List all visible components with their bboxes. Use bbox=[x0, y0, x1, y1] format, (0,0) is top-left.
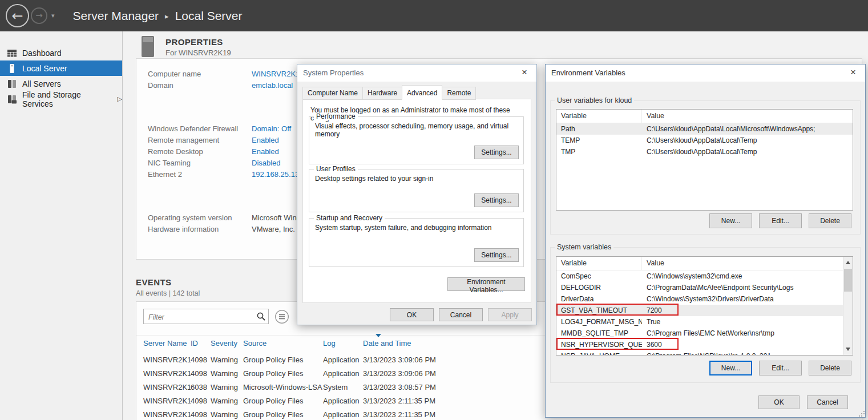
sidebar-item-label: File and Storage Services bbox=[22, 90, 114, 108]
variable-name: NSR_HYPERVISOR_QUERY... bbox=[556, 339, 642, 350]
cancel-button[interactable]: Cancel bbox=[439, 308, 483, 321]
event-cell: Application bbox=[323, 353, 363, 367]
variable-name: TEMP bbox=[556, 135, 642, 146]
tab-remote[interactable]: Remote bbox=[442, 87, 476, 100]
breadcrumb-root[interactable]: Server Manager bbox=[73, 9, 159, 23]
sidebar-item-local-server[interactable]: Local Server bbox=[0, 60, 122, 76]
event-cell: Warning bbox=[211, 367, 243, 381]
variable-value: C:\ProgramData\McAfee\Endpoint Security\… bbox=[642, 282, 853, 293]
breadcrumb: Server Manager ▸ Local Server bbox=[73, 9, 243, 23]
variable-row-mmdb-sqlite-tmp[interactable]: MMDB_SQLITE_TMPC:\Program Files\EMC NetW… bbox=[556, 328, 853, 339]
sidebar-item-dashboard[interactable]: Dashboard bbox=[0, 45, 122, 60]
column-header-variable[interactable]: Variable bbox=[556, 257, 642, 270]
events-column-header-log[interactable]: Log bbox=[323, 339, 363, 348]
group-user-profiles: User ProfilesDesktop settings related to… bbox=[309, 169, 524, 212]
tab-computer-name[interactable]: Computer Name bbox=[302, 87, 363, 100]
ok-button[interactable]: OK bbox=[758, 395, 800, 409]
user-variables-buttons: New...Edit...Delete bbox=[709, 213, 851, 228]
delete-button[interactable]: Delete bbox=[809, 213, 851, 228]
event-cell: Group Policy Files bbox=[243, 408, 323, 420]
variable-row-path[interactable]: PathC:\Users\kloud\AppData\Local\Microso… bbox=[556, 123, 853, 135]
event-cell: Group Policy Files bbox=[243, 394, 323, 408]
event-cell: 3/13/2023 2:11:35 PM bbox=[363, 394, 466, 408]
variable-row-tmp[interactable]: TMPC:\Users\kloud\AppData\Local\Temp bbox=[556, 146, 853, 158]
events-column-header-server-name[interactable]: Server Name bbox=[143, 339, 191, 348]
forward-icon[interactable]: → bbox=[31, 7, 47, 24]
new-button[interactable]: New... bbox=[709, 361, 752, 375]
settings-button[interactable]: Settings... bbox=[474, 146, 519, 159]
breadcrumb-current[interactable]: Local Server bbox=[175, 9, 243, 23]
variable-row-driverdata[interactable]: DriverDataC:\Windows\System32\Drivers\Dr… bbox=[556, 293, 853, 305]
system-properties-dialog: System Properties × Computer NameHardwar… bbox=[297, 64, 537, 325]
resize-grip[interactable] bbox=[861, 413, 862, 414]
server-manager-window: ← → ▾ Server Manager ▸ Local Server Dash… bbox=[0, 0, 868, 420]
chevron-right-icon: ▷ bbox=[118, 95, 122, 103]
variable-row-gst-vba-timeout[interactable]: GST_VBA_TIMEOUT7200 bbox=[556, 305, 853, 316]
close-icon[interactable]: × bbox=[841, 64, 865, 82]
property-value[interactable]: Disabled bbox=[252, 158, 281, 169]
event-cell: Warning bbox=[211, 381, 243, 394]
event-cell: WINSRVR2K19 bbox=[143, 367, 191, 381]
list-options-icon[interactable] bbox=[274, 309, 289, 324]
table-header: VariableValue bbox=[556, 257, 853, 270]
event-cell: Application bbox=[323, 367, 363, 381]
events-column-header-date-and-time[interactable]: Date and Time bbox=[363, 339, 466, 348]
scrollbar-thumb[interactable] bbox=[844, 269, 852, 292]
variable-row-temp[interactable]: TEMPC:\Users\kloud\AppData\Local\Temp bbox=[556, 135, 853, 146]
event-cell: 3/13/2023 3:08:57 PM bbox=[363, 381, 466, 394]
property-value[interactable]: Enabled bbox=[252, 135, 279, 146]
sidebar-item-file-and-storage-services[interactable]: File and Storage Services▷ bbox=[0, 91, 122, 107]
edit-button[interactable]: Edit... bbox=[759, 213, 802, 228]
variable-row-nsr-hypervisor-query[interactable]: NSR_HYPERVISOR_QUERY...3600 bbox=[556, 339, 853, 350]
search-icon[interactable] bbox=[256, 312, 266, 321]
event-cell: Microsoft-Windows-LSA bbox=[243, 381, 323, 394]
nav-dropdown-caret-icon[interactable]: ▾ bbox=[51, 12, 55, 19]
events-column-header-id[interactable]: ID bbox=[191, 339, 211, 348]
variable-value: 7200 bbox=[642, 305, 853, 316]
tab-advanced[interactable]: Advanced bbox=[402, 85, 442, 100]
variable-row-log4j-format-msg-no[interactable]: LOG4J_FORMAT_MSG_NO_...True bbox=[556, 316, 853, 328]
column-header-variable[interactable]: Variable bbox=[556, 110, 642, 123]
sort-desc-icon bbox=[376, 334, 381, 337]
property-value[interactable]: 192.168.25.13 bbox=[252, 169, 299, 180]
new-button[interactable]: New... bbox=[709, 213, 752, 228]
column-header-value[interactable]: Value bbox=[642, 257, 853, 270]
ok-button[interactable]: OK bbox=[390, 308, 434, 321]
edit-button[interactable]: Edit... bbox=[759, 361, 802, 375]
environment-variables-button[interactable]: Environment Variables... bbox=[447, 277, 525, 291]
events-column-header-source[interactable]: Source bbox=[243, 339, 323, 348]
variable-name: NSR_JAVA_HOME bbox=[556, 350, 642, 356]
filter-input[interactable] bbox=[147, 310, 255, 324]
property-value[interactable]: emclab.local bbox=[252, 80, 293, 91]
scrollbar[interactable] bbox=[843, 257, 853, 355]
event-cell: 4098 bbox=[191, 353, 211, 367]
event-cell: Warning bbox=[211, 353, 243, 367]
variable-row-nsr-java-home[interactable]: NSR_JAVA_HOMEC:\Program Files\NSR\java\j… bbox=[556, 350, 853, 356]
sidebar-item-all-servers[interactable]: All Servers bbox=[0, 76, 122, 91]
delete-button[interactable]: Delete bbox=[809, 361, 851, 375]
property-value[interactable]: Enabled bbox=[252, 146, 279, 158]
variable-name: LOG4J_FORMAT_MSG_NO_... bbox=[556, 316, 642, 328]
close-icon[interactable]: × bbox=[512, 64, 536, 82]
tab-hardware[interactable]: Hardware bbox=[362, 87, 402, 100]
column-header-value[interactable]: Value bbox=[642, 110, 853, 123]
events-filter bbox=[143, 309, 269, 324]
property-value[interactable]: WINSRVR2K19 bbox=[252, 68, 304, 80]
scrollbar-down-icon[interactable] bbox=[846, 348, 850, 351]
back-icon[interactable]: ← bbox=[6, 4, 29, 27]
sidebar-item-label: All Servers bbox=[22, 79, 61, 88]
events-column-header-severity[interactable]: Severity bbox=[211, 339, 243, 348]
variable-value: C:\Users\kloud\AppData\Local\Microsoft\W… bbox=[642, 123, 853, 135]
property-label: Remote management bbox=[148, 135, 252, 146]
server-icon bbox=[142, 36, 154, 57]
settings-button[interactable]: Settings... bbox=[474, 193, 519, 207]
cancel-button[interactable]: Cancel bbox=[807, 395, 848, 409]
settings-button[interactable]: Settings... bbox=[474, 248, 519, 262]
variable-row-deflogdir[interactable]: DEFLOGDIRC:\ProgramData\McAfee\Endpoint … bbox=[556, 282, 853, 293]
scrollbar-up-icon[interactable] bbox=[846, 261, 850, 264]
forward-arrow-glyph: → bbox=[35, 11, 43, 20]
apply-button[interactable]: Apply bbox=[488, 308, 532, 321]
variable-row-comspec[interactable]: ComSpecC:\Windows\system32\cmd.exe bbox=[556, 270, 853, 282]
property-value[interactable]: Domain: Off bbox=[252, 123, 291, 135]
event-cell: Group Policy Files bbox=[243, 353, 323, 367]
